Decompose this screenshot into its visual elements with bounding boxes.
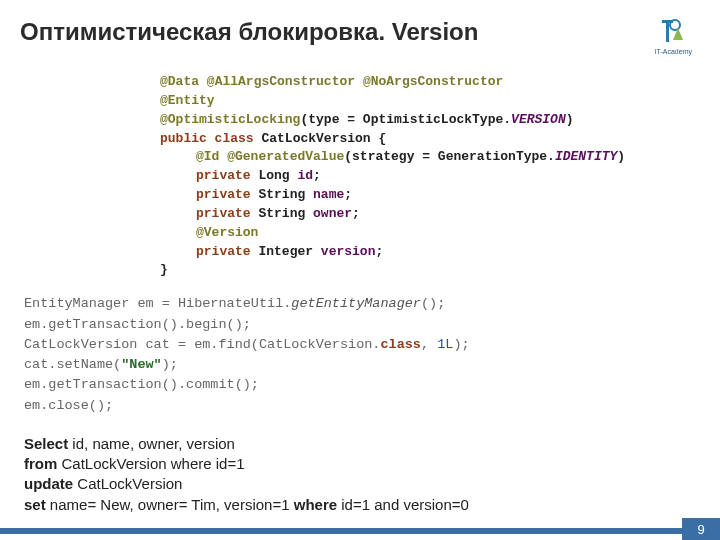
slide-footer: 9 xyxy=(0,518,720,540)
java-entity-code: @Data @AllArgsConstructor @NoArgsConstru… xyxy=(160,73,720,280)
svg-rect-1 xyxy=(666,20,669,42)
footer-bar xyxy=(0,528,682,534)
logo-icon xyxy=(657,14,689,46)
logo-label: IT-Academy xyxy=(655,48,692,55)
java-usage-code: EntityManager em = HibernateUtil.getEnti… xyxy=(24,294,720,416)
it-academy-logo: IT-Academy xyxy=(655,14,692,55)
svg-rect-2 xyxy=(662,20,673,23)
slide-header: Оптимистическая блокировка. Version IT-A… xyxy=(0,0,720,55)
page-number: 9 xyxy=(682,518,720,540)
page-title: Оптимистическая блокировка. Version xyxy=(20,18,478,46)
sql-output: Select id, name, owner, version from Cat… xyxy=(24,434,720,515)
